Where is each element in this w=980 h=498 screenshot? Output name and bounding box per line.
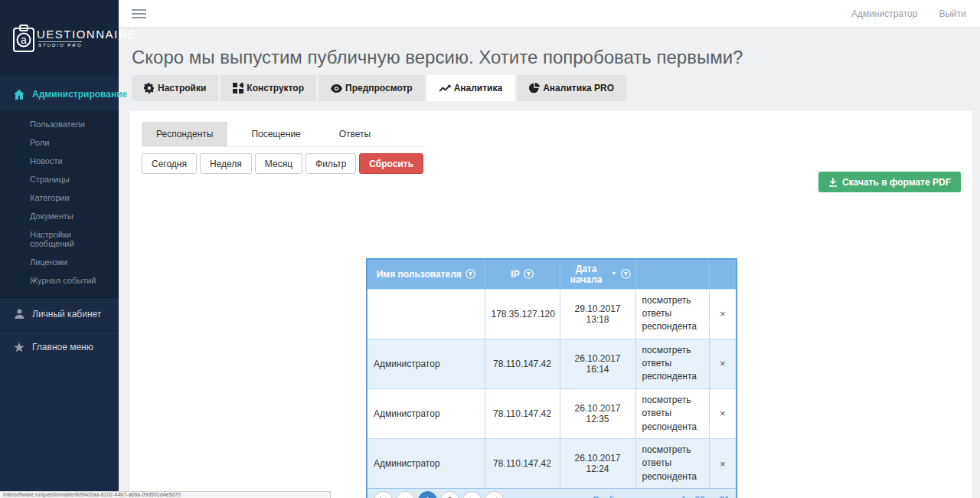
sidebar-submenu: Пользователи Роли Новости Страницы Катег…	[0, 110, 119, 297]
analytics-panel: Респонденты Посещение Ответы Сегодня Нед…	[130, 111, 972, 498]
page-title: Скоро мы выпустим публичную версию. Хоти…	[132, 47, 743, 68]
delete-row-button[interactable]: ×	[716, 358, 730, 369]
tab-label: Настройки	[158, 83, 206, 93]
current-user-link[interactable]: Администратор	[851, 8, 918, 19]
column-header-delete	[709, 260, 736, 289]
column-header-label: IP	[511, 269, 519, 280]
home-icon	[14, 89, 24, 100]
table-footer: 1 2 Отображены записи 1 - 20 из 31	[368, 488, 736, 498]
sidebar-item-main-menu[interactable]: Главное меню	[0, 330, 119, 363]
table-row: Администратор 78.110.147.42 26.10.2017 1…	[368, 339, 736, 388]
cell-date: 26.10.2017 16:14	[560, 339, 635, 388]
cell-ip: 78.110.147.42	[485, 388, 560, 438]
cell-username: Администратор	[368, 388, 485, 438]
column-header-label: Имя пользователя	[377, 269, 462, 280]
tab-settings[interactable]: Настройки	[132, 75, 218, 101]
reset-filters-button[interactable]: Сбросить	[359, 153, 423, 174]
view-answers-link[interactable]: посмотреть ответы респондента	[642, 294, 703, 334]
delete-row-button[interactable]: ×	[716, 408, 730, 419]
cell-ip: 78.110.147.42	[485, 339, 560, 388]
app-logo[interactable]: a UESTIONNAIRE STUDIO PRO	[12, 24, 137, 53]
filter-funnel-icon[interactable]	[524, 269, 534, 279]
column-header-username[interactable]: Имя пользователя	[368, 260, 485, 289]
sidebar-item-message-settings[interactable]: Настройки сообщений	[0, 225, 119, 253]
star-icon	[14, 342, 24, 352]
subtab-answers[interactable]: Ответы	[325, 122, 385, 146]
view-answers-link[interactable]: посмотреть ответы респондента	[642, 444, 703, 483]
topbar: Администратор Выйти	[119, 0, 980, 28]
first-page-button[interactable]	[374, 491, 393, 498]
sidebar-item-categories[interactable]: Категории	[0, 188, 119, 207]
download-pdf-button[interactable]: Скачать в формате PDF	[818, 172, 961, 192]
cell-date: 26.10.2017 12:35	[560, 388, 635, 438]
page-1-button[interactable]: 1	[418, 491, 437, 498]
tab-analytics-pro[interactable]: Аналитика PRO	[517, 75, 626, 101]
subtab-respondents[interactable]: Респонденты	[142, 122, 227, 146]
sidebar-item-documents[interactable]: Документы	[0, 207, 119, 225]
sidebar: a UESTIONNAIRE STUDIO PRO Администрирова…	[0, 0, 119, 498]
logo-block: a UESTIONNAIRE STUDIO PRO	[0, 0, 119, 77]
pagination: 1 2	[374, 491, 504, 498]
cell-ip: 78.110.147.42	[485, 439, 560, 489]
tab-preview[interactable]: Предпросмотр	[318, 75, 425, 101]
filter-funnel-icon[interactable]	[621, 269, 631, 279]
sidebar-item-news[interactable]: Новости	[0, 152, 119, 170]
sidebar-item-personal-cabinet[interactable]: Личный кабинет	[0, 297, 119, 330]
sidebar-item-label: Личный кабинет	[32, 309, 101, 319]
filter-funnel-icon[interactable]	[466, 269, 475, 279]
sort-desc-icon: ▼	[612, 270, 617, 276]
main-tabs: Настройки Конструктор Предпросмотр Анали…	[132, 75, 626, 101]
sidebar-item-roles[interactable]: Роли	[0, 133, 119, 152]
table-row: 178.35.127.120 29.10.2017 13:18 посмотре…	[368, 289, 736, 339]
column-header-actions	[635, 260, 709, 289]
eye-icon	[331, 84, 342, 93]
tab-constructor[interactable]: Конструктор	[220, 75, 316, 101]
last-page-button[interactable]	[485, 491, 504, 498]
prev-page-button[interactable]	[396, 491, 415, 498]
cell-ip: 178.35.127.120	[485, 289, 560, 339]
logout-link[interactable]: Выйти	[939, 8, 966, 19]
tab-label: Конструктор	[247, 83, 304, 93]
column-header-start-date[interactable]: Дата начала ▼	[560, 260, 635, 289]
sidebar-item-users[interactable]: Пользователи	[0, 115, 119, 133]
tab-analytics[interactable]: Аналитика	[427, 75, 515, 101]
table-row: Администратор 78.110.147.42 26.10.2017 1…	[368, 439, 736, 489]
sidebar-item-event-log[interactable]: Журнал событий	[0, 271, 119, 290]
view-answers-link[interactable]: посмотреть ответы респондента	[642, 394, 703, 434]
cell-date: 26.10.2017 12:24	[560, 439, 635, 489]
filter-custom-button[interactable]: Фильтр	[305, 153, 356, 174]
sidebar-item-licenses[interactable]: Лицензии	[0, 253, 119, 271]
records-summary: Отображены записи 1 - 20 из 31	[593, 495, 730, 498]
filter-today-button[interactable]: Сегодня	[142, 153, 197, 174]
table-row: Администратор 78.110.147.42 26.10.2017 1…	[368, 388, 736, 438]
analytics-subtabs: Респонденты Посещение Ответы	[142, 122, 425, 147]
subtab-visits[interactable]: Посещение	[237, 122, 315, 146]
respondents-table: Имя пользователя IP	[366, 258, 737, 498]
sidebar-item-label: Администрирование	[32, 89, 127, 100]
view-answers-link[interactable]: посмотреть ответы респондента	[642, 344, 703, 384]
person-icon	[14, 309, 24, 319]
cell-username: Администратор	[368, 339, 485, 388]
delete-row-button[interactable]: ×	[716, 458, 730, 470]
delete-row-button[interactable]: ×	[716, 308, 730, 319]
sidebar-item-label: Главное меню	[32, 342, 93, 352]
hamburger-menu-icon[interactable]	[132, 9, 146, 21]
cell-username: Администратор	[368, 439, 485, 489]
table-header-row: Имя пользователя IP	[368, 260, 736, 289]
column-header-ip[interactable]: IP	[485, 260, 560, 289]
logo-title: UESTIONNAIRE	[37, 28, 137, 41]
sidebar-item-administration[interactable]: Администрирование	[0, 77, 119, 110]
next-page-button[interactable]	[462, 491, 482, 498]
filter-month-button[interactable]: Месяц	[255, 153, 302, 174]
main-content: Скоро мы выпустим публичную версию. Хоти…	[119, 28, 980, 498]
widgets-icon	[233, 83, 243, 93]
filter-week-button[interactable]: Неделя	[200, 153, 252, 174]
trending-up-icon	[439, 84, 451, 92]
page-2-button[interactable]: 2	[440, 491, 459, 498]
download-icon	[828, 178, 838, 187]
filter-toolbar: Сегодня Неделя Месяц Фильтр Сбросить	[142, 153, 423, 174]
logo-subtitle: STUDIO PRO	[38, 41, 82, 48]
column-header-label: Дата начала	[565, 264, 608, 285]
sidebar-item-pages[interactable]: Страницы	[0, 170, 119, 188]
cell-username	[368, 289, 485, 339]
